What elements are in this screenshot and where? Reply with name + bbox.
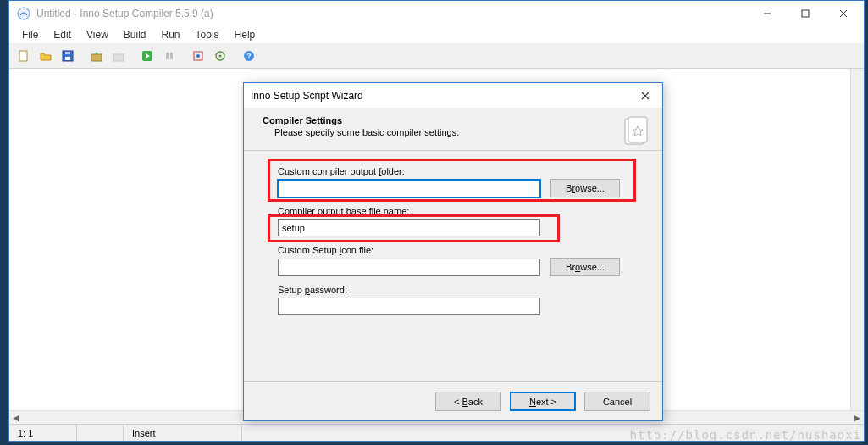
- svg-point-0: [18, 8, 30, 19]
- open-icon[interactable]: [36, 46, 56, 66]
- menu-run[interactable]: Run: [154, 27, 188, 42]
- svg-rect-7: [65, 57, 70, 60]
- compile-icon[interactable]: [86, 46, 107, 66]
- browse-output-button[interactable]: Browse...: [550, 179, 620, 197]
- svg-point-17: [219, 54, 222, 57]
- output-folder-input[interactable]: [278, 180, 540, 197]
- menubar: File Edit View Build Run Tools Help: [9, 26, 864, 43]
- status-spacer: [77, 425, 124, 441]
- wizard-icon: [618, 115, 652, 149]
- status-mode: Insert: [124, 425, 242, 441]
- target-icon[interactable]: [188, 46, 208, 66]
- next-button[interactable]: Next >: [510, 392, 576, 411]
- password-label: Setup password:: [278, 285, 628, 295]
- dialog-title: Inno Setup Script Wizard: [251, 90, 635, 102]
- back-button[interactable]: < Back: [435, 392, 501, 411]
- svg-rect-8: [65, 52, 70, 54]
- dialog-header-title: Compiler Settings: [263, 115, 618, 125]
- svg-rect-23: [628, 117, 647, 142]
- scroll-left-icon[interactable]: ◂: [9, 411, 23, 425]
- browse-icon-button[interactable]: Browse...: [550, 258, 620, 276]
- toolbar: ?: [9, 43, 864, 69]
- status-position: 1: 1: [9, 425, 77, 441]
- password-input[interactable]: [278, 298, 540, 315]
- titlebar: Untitled - Inno Setup Compiler 5.5.9 (a): [9, 1, 864, 26]
- output-folder-label: Custom compiler output folder:: [278, 166, 628, 176]
- svg-rect-2: [802, 10, 809, 17]
- dialog-header: Compiler Settings Please specify some ba…: [244, 108, 662, 151]
- svg-rect-12: [166, 53, 169, 59]
- menu-help[interactable]: Help: [227, 27, 263, 42]
- cancel-button[interactable]: Cancel: [584, 392, 650, 411]
- base-filename-label: Compiler output base file name:: [278, 206, 628, 216]
- help-icon[interactable]: ?: [239, 46, 259, 66]
- dialog-header-subtitle: Please specify some basic compiler setti…: [263, 127, 618, 137]
- menu-view[interactable]: View: [79, 27, 116, 42]
- dialog-close-button[interactable]: [635, 86, 655, 106]
- base-filename-input[interactable]: [278, 219, 540, 236]
- svg-rect-13: [170, 53, 173, 59]
- window-title: Untitled - Inno Setup Compiler 5.5.9 (a): [36, 8, 748, 19]
- menu-edit[interactable]: Edit: [46, 27, 79, 42]
- menu-file[interactable]: File: [14, 27, 46, 42]
- icon-file-input[interactable]: [278, 259, 540, 276]
- dialog-titlebar: Inno Setup Script Wizard: [244, 83, 662, 108]
- options-icon[interactable]: [210, 46, 230, 66]
- svg-text:?: ?: [246, 52, 252, 60]
- app-icon: [17, 7, 30, 20]
- pause-icon[interactable]: [159, 46, 180, 66]
- svg-rect-9: [91, 54, 102, 61]
- scroll-right-icon[interactable]: ▸: [850, 411, 864, 425]
- dialog-body: Custom compiler output folder: Browse...…: [244, 151, 662, 381]
- window-buttons: [748, 2, 862, 25]
- close-button[interactable]: [824, 2, 862, 25]
- wizard-dialog: Inno Setup Script Wizard Compiler Settin…: [243, 82, 663, 421]
- svg-point-15: [196, 54, 200, 58]
- menu-build[interactable]: Build: [116, 27, 154, 42]
- save-icon[interactable]: [58, 46, 78, 66]
- stop-compile-icon[interactable]: [108, 46, 129, 66]
- run-icon[interactable]: [137, 46, 158, 66]
- statusbar: 1: 1 Insert: [9, 424, 864, 441]
- svg-rect-10: [113, 54, 124, 61]
- new-icon[interactable]: [14, 46, 34, 66]
- minimize-button[interactable]: [748, 2, 786, 25]
- menu-tools[interactable]: Tools: [188, 27, 227, 42]
- maximize-button[interactable]: [786, 2, 824, 25]
- icon-file-label: Custom Setup icon file:: [278, 245, 628, 255]
- vertical-scrollbar[interactable]: [850, 69, 864, 410]
- dialog-footer: < Back Next > Cancel: [244, 381, 662, 420]
